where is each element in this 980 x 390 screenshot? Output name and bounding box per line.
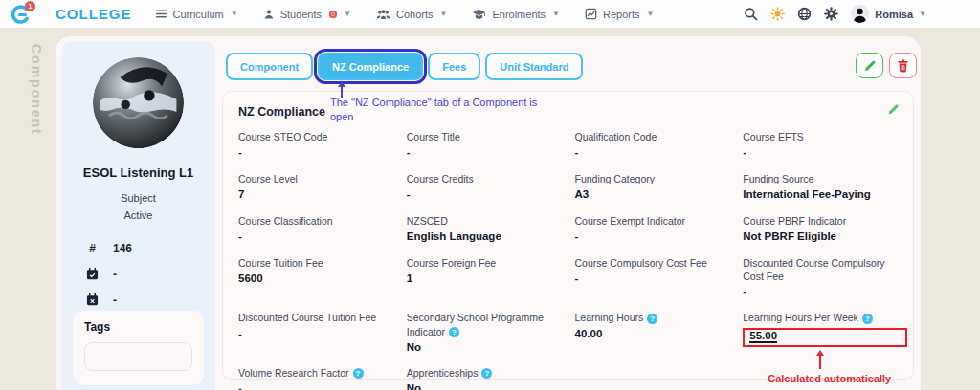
component-status: Active <box>61 209 215 221</box>
field-apprenticeships: Apprenticeships?No <box>407 366 562 390</box>
nz-compliance-panel: NZ Compliance Course STEO Code-Course Ti… <box>222 91 914 380</box>
field-course-level: Course Level7 <box>238 172 393 201</box>
tags-title: Tags <box>84 320 192 334</box>
user-avatar-icon <box>851 5 869 23</box>
field-value: No <box>407 341 562 353</box>
app-logo[interactable]: 1 <box>10 3 34 26</box>
tags-input[interactable] <box>84 342 192 371</box>
field-value: International Fee-Paying <box>743 188 898 200</box>
field-label: Course Title <box>407 131 460 142</box>
field-label: Apprenticeships <box>407 367 479 379</box>
nav-item-students[interactable]: Students▼ <box>263 9 351 20</box>
field-course-steo-code: Course STEO Code- <box>238 130 393 159</box>
tab-unit-standard[interactable]: Unit Standard <box>485 53 583 80</box>
help-icon[interactable]: ? <box>647 314 657 324</box>
user-name: Romisa <box>875 9 913 20</box>
field-label: Learning Hours Per Week <box>743 312 858 323</box>
field-course-classification: Course Classification- <box>238 214 393 243</box>
field-label: Course Tuition Fee <box>238 257 323 269</box>
field-label: Course Level <box>238 173 298 184</box>
annotation-red-highlight-box: 55.00 <box>743 328 907 347</box>
nav-item-label: Cohorts <box>396 9 434 20</box>
nav-item-reports[interactable]: Reports▼ <box>585 8 654 20</box>
nav-item-enrolments[interactable]: Enrolments▼ <box>472 9 560 20</box>
nav-item-label: Reports <box>603 9 640 20</box>
theme-sun-icon[interactable] <box>770 7 785 21</box>
field-label: Discounted Course Compulsory Cost Fee <box>743 257 884 282</box>
language-globe-icon[interactable] <box>797 7 812 21</box>
compliance-fields-grid: Course STEO Code-Course Title-Qualificat… <box>238 130 898 390</box>
info-row: - <box>86 287 132 313</box>
calendar-x-icon <box>86 293 99 306</box>
field-value: - <box>575 272 730 284</box>
search-icon[interactable] <box>744 7 758 21</box>
field-value: - <box>238 382 393 390</box>
field-label: Course Exempt Indicator <box>575 215 686 227</box>
field-course-title: Course Title- <box>407 130 562 159</box>
graduation-cap-icon <box>472 9 486 20</box>
tab-component[interactable]: Component <box>226 53 313 80</box>
people-icon <box>376 9 390 20</box>
field-course-tuition-fee: Course Tuition Fee5600 <box>238 256 393 297</box>
logo-notification-badge: 1 <box>25 1 35 11</box>
delete-button[interactable] <box>889 53 917 78</box>
annotation-red-note-line: from Enrolment Duration <box>768 387 898 390</box>
nav-item-cohorts[interactable]: Cohorts▼ <box>376 9 447 20</box>
field-value: 1 <box>407 272 562 284</box>
field-label: Course Classification <box>238 215 333 227</box>
component-info-rows: #146-- <box>86 235 132 313</box>
field-value: - <box>743 286 898 297</box>
top-navbar: 1 COLLEGE Curriculum▼Students▼Cohorts▼En… <box>0 0 980 29</box>
tab-nz-compliance[interactable]: NZ Compliance <box>318 53 423 80</box>
trash-icon <box>897 59 909 73</box>
field-label: Course Credits <box>407 173 474 184</box>
nav-item-label: Enrolments <box>492 9 546 20</box>
component-avatar-image <box>93 57 184 148</box>
help-icon[interactable]: ? <box>862 314 873 324</box>
page-vertical-label: Component <box>29 44 44 136</box>
field-label: NZSCED <box>407 215 448 227</box>
field-value: No <box>407 382 562 390</box>
help-icon[interactable]: ? <box>449 327 459 337</box>
nav-item-curriculum[interactable]: Curriculum▼ <box>155 8 238 20</box>
field-label: Course STEO Code <box>238 131 327 142</box>
field-course-foreign-fee: Course Foreign Fee1 <box>407 256 562 297</box>
panel-edit-pencil-icon[interactable] <box>887 103 900 116</box>
field-label: Course EFTS <box>743 131 804 142</box>
field-funding-source: Funding SourceInternational Fee-Paying <box>743 172 898 201</box>
field-label: Volume Research Factor <box>238 367 349 379</box>
field-value: English Language <box>407 230 562 242</box>
chevron-down-icon: ▼ <box>647 10 655 18</box>
field-learning-hours: Learning Hours?40.00 <box>575 311 730 352</box>
person-icon <box>263 9 275 20</box>
annotation-red-arrow <box>819 355 821 369</box>
field-value: - <box>407 146 562 158</box>
edit-button[interactable] <box>856 53 883 78</box>
info-row-value: 146 <box>113 242 132 255</box>
chart-line-icon <box>585 8 597 20</box>
field-funding-category: Funding CategoryA3 <box>575 172 730 201</box>
calendar-check-icon <box>86 268 99 280</box>
field-course-pbrf-indicator: Course PBRF IndicatorNot PBRF Eligible <box>743 214 898 243</box>
field-label: Secondary School Programme Indicator <box>407 312 544 336</box>
chevron-down-icon: ▼ <box>440 10 448 18</box>
field-volume-research-factor: Volume Research Factor?- <box>238 366 393 390</box>
field-value: - <box>575 146 730 158</box>
settings-gear-icon[interactable] <box>824 7 838 21</box>
annotation-blue-note: The "NZ Compliance" tab of a Component i… <box>330 96 562 125</box>
panel-title: NZ Compliance <box>238 105 325 119</box>
record-actions <box>856 53 917 78</box>
field-label: Learning Hours <box>575 312 644 323</box>
chevron-down-icon: ▼ <box>919 10 926 18</box>
help-icon[interactable]: ? <box>353 368 364 379</box>
tab-fees[interactable]: Fees <box>428 53 480 80</box>
field-course-compulsory-cost-fee: Course Compulsory Cost Fee- <box>575 256 730 297</box>
hash-icon: # <box>86 242 99 255</box>
nav-item-label: Students <box>280 9 322 20</box>
chevron-down-icon: ▼ <box>552 10 560 18</box>
help-icon[interactable]: ? <box>481 368 492 379</box>
field-value: 7 <box>238 188 393 200</box>
user-menu[interactable]: Romisa▼ <box>851 5 926 23</box>
tags-card: Tags <box>73 311 204 385</box>
field-discounted-course-tuition-fee: Discounted Course Tuition Fee- <box>238 311 393 352</box>
